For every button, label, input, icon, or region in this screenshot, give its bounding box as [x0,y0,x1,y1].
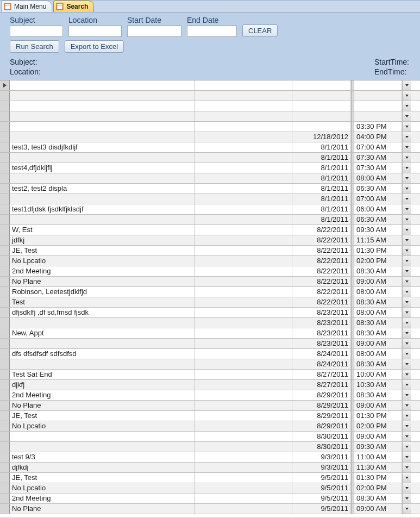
subject-input[interactable] [10,26,63,37]
cell-date[interactable] [292,80,351,90]
dropdown-icon[interactable] [402,277,411,286]
cell-subject[interactable]: No Plane [10,504,195,514]
row-selector[interactable] [0,111,10,121]
startdate-input[interactable] [127,26,181,37]
cell-time[interactable]: 08:00 AM [354,308,402,317]
cell-date[interactable]: 9/3/2011 [292,463,351,472]
dropdown-icon[interactable] [402,359,411,369]
row-selector[interactable] [0,173,10,183]
row-selector[interactable] [0,463,10,472]
dropdown-icon[interactable] [402,432,411,441]
table-row[interactable]: djkfj8/27/201110:30 AM [0,380,420,390]
row-selector[interactable] [0,122,10,132]
row-selector[interactable] [0,153,10,163]
cell-date[interactable]: 8/1/2011 [292,194,351,204]
dropdown-icon[interactable] [402,318,411,328]
cell-subject[interactable]: djfkdj [10,463,195,472]
cell-subject[interactable] [10,111,195,121]
table-row[interactable]: 8/23/201109:00 AM [0,339,420,349]
dropdown-icon[interactable] [402,184,411,194]
cell-subject[interactable]: dfjsdklfj ,df sd,fmsd fjsdk [10,308,195,317]
cell-date[interactable]: 8/29/2011 [292,411,351,421]
cell-date[interactable]: 8/22/2011 [292,235,351,245]
cell-subject[interactable]: test1dfjdsk fjsdklfjklsdjf [10,204,195,214]
cell-time[interactable]: 09:30 AM [354,225,402,235]
dropdown-icon[interactable] [402,163,411,173]
cell-date[interactable]: 8/1/2011 [292,173,351,183]
cell-time[interactable]: 11:15 AM [354,235,402,245]
location-input[interactable] [68,26,122,37]
cell-time[interactable]: 10:00 AM [354,370,402,379]
cell-time[interactable]: 01:30 PM [354,411,402,421]
cell-subject[interactable] [10,153,195,163]
dropdown-icon[interactable] [402,173,411,183]
dropdown-icon[interactable] [402,494,411,503]
row-selector[interactable] [0,101,10,111]
cell-subject[interactable] [10,80,195,90]
cell-date[interactable]: 8/29/2011 [292,421,351,431]
dropdown-icon[interactable] [402,235,411,245]
cell-date[interactable]: 12/18/2012 [292,132,351,142]
clear-button[interactable]: CLEAR [242,24,278,37]
table-row[interactable]: dfs dfsdfsdf sdfsdfsd8/24/201108:00 AM [0,349,420,359]
row-selector[interactable] [0,80,10,90]
run-search-button[interactable]: Run Search [10,40,59,53]
cell-subject[interactable]: test 9/3 [10,452,195,462]
cell-time[interactable]: 08:00 AM [354,287,402,297]
cell-time[interactable] [354,111,402,121]
table-row[interactable]: JE, Test9/5/201101:30 PM [0,473,420,483]
cell-time[interactable]: 09:00 AM [354,401,402,410]
cell-date[interactable] [292,111,351,121]
cell-subject[interactable]: Test Sat End [10,370,195,379]
table-row[interactable] [0,91,420,101]
table-row[interactable]: No Lpcatio8/22/201102:00 PM [0,256,420,266]
cell-time[interactable]: 07:00 AM [354,194,402,204]
tab-search[interactable]: Search [53,1,94,12]
cell-time[interactable]: 08:30 AM [354,318,402,328]
dropdown-icon[interactable] [402,194,411,204]
cell-subject[interactable]: Robinson, Leetestjdklfjd [10,287,195,297]
cell-date[interactable]: 9/5/2011 [292,483,351,493]
cell-time[interactable]: 09:00 AM [354,339,402,348]
cell-subject[interactable]: No Lpcatio [10,256,195,266]
cell-subject[interactable] [10,173,195,183]
cell-subject[interactable] [10,122,195,132]
dropdown-icon[interactable] [402,483,411,493]
cell-subject[interactable]: jdfkj [10,235,195,245]
table-row[interactable]: test1dfjdsk fjsdklfjklsdjf8/1/201106:00 … [0,204,420,215]
cell-subject[interactable] [10,359,195,369]
cell-date[interactable]: 8/22/2011 [292,297,351,307]
dropdown-icon[interactable] [402,142,411,152]
table-row[interactable]: JE, Test8/22/201101:30 PM [0,246,420,256]
table-row[interactable]: jdfkj8/22/201111:15 AM [0,235,420,246]
row-selector[interactable] [0,318,10,328]
table-row[interactable]: 2nd Meeting8/22/201108:30 AM [0,266,420,277]
cell-date[interactable]: 8/22/2011 [292,225,351,235]
cell-subject[interactable]: JE, Test [10,246,195,255]
table-row[interactable]: dfjsdklfj ,df sd,fmsd fjsdk8/23/201108:0… [0,308,420,318]
dropdown-icon[interactable] [402,349,411,359]
cell-time[interactable]: 06:30 AM [354,184,402,194]
cell-date[interactable]: 9/5/2011 [292,494,351,503]
cell-subject[interactable]: JE, Test [10,473,195,483]
dropdown-icon[interactable] [402,463,411,472]
cell-time[interactable]: 09:00 AM [354,277,402,286]
cell-date[interactable]: 8/22/2011 [292,287,351,297]
cell-date[interactable]: 8/1/2011 [292,142,351,152]
cell-date[interactable]: 8/1/2011 [292,163,351,173]
cell-time[interactable]: 10:30 AM [354,380,402,390]
table-row[interactable] [0,101,420,111]
cell-date[interactable]: 8/27/2011 [292,380,351,390]
cell-date[interactable]: 9/3/2011 [292,452,351,462]
table-row[interactable]: JE, Test8/29/201101:30 PM [0,411,420,421]
cell-time[interactable]: 08:30 AM [354,266,402,276]
row-selector[interactable] [0,277,10,286]
row-selector[interactable] [0,442,10,452]
cell-date[interactable]: 8/22/2011 [292,246,351,255]
cell-time[interactable]: 06:00 AM [354,204,402,214]
row-selector[interactable] [0,297,10,307]
cell-date[interactable] [292,122,351,132]
cell-time[interactable]: 08:00 AM [354,349,402,359]
cell-subject[interactable]: New, Appt [10,328,195,338]
table-row[interactable]: 8/30/201109:00 AM [0,432,420,442]
